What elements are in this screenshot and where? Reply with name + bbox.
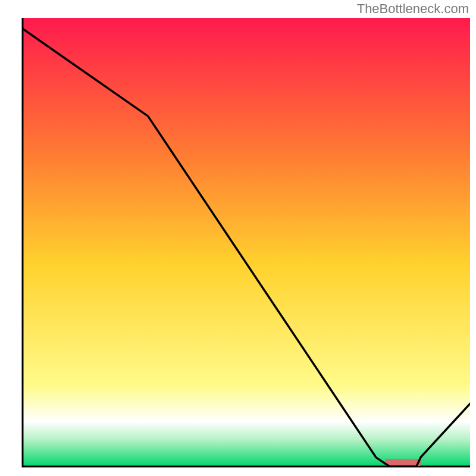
chart-container: TheBottleneck.com [0, 0, 476, 476]
optimal-range-marker [385, 459, 421, 466]
bottleneck-chart [0, 0, 476, 476]
plot-background-gradient [23, 18, 470, 466]
